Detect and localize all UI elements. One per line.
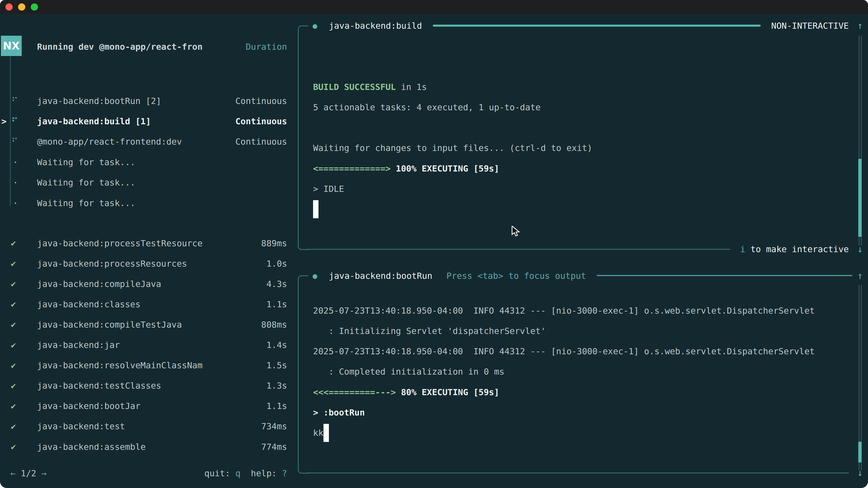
maximize-button[interactable] [31, 3, 38, 11]
checkmark-icon: ✔ [11, 320, 16, 329]
task-row-running[interactable]: ⠋java-backend:bootRun [2]Continuous [0, 91, 294, 111]
terminal-line: 2025-07-23T13:40:18.950-04:00 INFO 44312… [313, 341, 815, 362]
scrollbar-thumb[interactable] [858, 159, 862, 237]
pane-title: java-backend:build [329, 15, 422, 36]
terminal-text-segment: > :bootRun [313, 408, 365, 418]
task-label: Waiting for task... [37, 157, 135, 167]
task-duration: Continuous [235, 137, 287, 147]
task-duration: 1.4s [266, 340, 287, 350]
waiting-dot-icon: · [13, 198, 18, 208]
interactive-hint-text: to make interactive [745, 244, 849, 254]
task-row-running[interactable]: ·Waiting for task... [0, 193, 294, 213]
terminal-text-segment: 2025-07-23T13:40:18.950-04:00 INFO 44312… [313, 346, 815, 356]
keyboard-hints: quit: q help: ? [204, 468, 287, 478]
waiting-dot-icon: · [13, 157, 18, 167]
task-row-completed[interactable]: ✔java-backend:classes1.1s [0, 294, 294, 315]
checkmark-icon: ✔ [11, 442, 16, 452]
run-command-title: Running dev @mono-app/react-fron [37, 42, 203, 52]
pane-border [298, 240, 308, 250]
task-label: java-backend:assemble [37, 442, 146, 452]
task-duration: 1.3s [266, 381, 287, 391]
task-label: java-backend:jar [37, 340, 120, 350]
pane-border [298, 26, 308, 36]
task-label: java-backend:build [1] [37, 116, 151, 126]
scroll-down-icon[interactable]: ↓ [855, 462, 866, 483]
terminal-text-segment: Waiting for changes to input files... (c… [313, 143, 592, 153]
text-cursor [313, 200, 318, 218]
task-row-running[interactable]: ·Waiting for task... [0, 152, 294, 172]
terminal-text-segment: 2025-07-23T13:40:18.950-04:00 INFO 44312… [313, 306, 815, 316]
pane-title: java-backend:bootRun [329, 265, 432, 286]
terminal-text-segment: > IDLE [313, 184, 344, 194]
quit-key: q [235, 468, 241, 478]
terminal-line: > :bootRun [313, 402, 365, 423]
task-row-completed[interactable]: ✔java-backend:compileTestJava808ms [0, 314, 294, 335]
task-duration: 774ms [261, 442, 287, 452]
task-row-running[interactable]: ·Waiting for task... [0, 172, 294, 193]
task-spinner-icon: ⠋ [11, 136, 18, 147]
task-sidebar: NX Running dev @mono-app/react-fron Dura… [0, 14, 294, 488]
duration-column-header: Duration [246, 42, 287, 52]
task-row-running[interactable]: ⠋@mono-app/react-frontend:devContinuous [0, 131, 294, 152]
terminal-line: kk [313, 423, 329, 443]
task-row-completed[interactable]: ✔java-backend:bootJar1.1s [0, 396, 294, 416]
task-label: java-backend:testClasses [37, 381, 161, 391]
task-spinner-icon: ⠋ [11, 96, 18, 106]
scroll-down-icon[interactable]: ↓ [855, 239, 866, 259]
scroll-up-icon[interactable]: ↑ [855, 15, 866, 36]
minimize-button[interactable] [18, 3, 25, 11]
task-row-completed[interactable]: ✔java-backend:resolveMainClassNam1.5s [0, 355, 294, 376]
close-button[interactable] [5, 3, 13, 11]
terminal-line: 5 actionable tasks: 4 executed, 1 up-to-… [313, 97, 541, 118]
terminal-line [313, 199, 318, 220]
task-label: Waiting for task... [37, 177, 135, 188]
checkmark-icon: ✔ [11, 340, 16, 350]
scroll-up-icon[interactable]: ↑ [855, 265, 866, 286]
text-cursor [323, 424, 329, 442]
checkmark-icon: ✔ [11, 279, 16, 289]
task-row-completed[interactable]: ✔java-backend:compileJava4.3s [0, 273, 294, 294]
task-label: java-backend:resolveMainClassNam [37, 360, 203, 370]
task-row-completed[interactable]: ✔java-backend:testClasses1.3s [0, 376, 294, 396]
task-row-completed[interactable]: ✔java-backend:test734ms [0, 416, 294, 437]
prev-page-arrow-icon[interactable]: ← [10, 468, 16, 478]
terminal-line: : Initializing Servlet 'dispatcherServle… [313, 321, 546, 341]
checkmark-icon: ✔ [11, 381, 16, 391]
checkmark-icon: ✔ [11, 361, 16, 370]
terminal-text-segment: in 1s [396, 82, 427, 92]
help-key: ? [282, 468, 287, 478]
non-interactive-badge: NON-INTERACTIVE [771, 15, 849, 36]
pane-border [307, 249, 730, 250]
waiting-dot-icon: · [13, 177, 18, 188]
focused-pane-rule [433, 25, 761, 27]
scrollbar-thumb[interactable] [858, 442, 862, 462]
next-page-arrow-icon[interactable]: → [41, 468, 46, 478]
task-duration: 889ms [261, 238, 287, 248]
task-label: java-backend:processResources [37, 259, 187, 269]
terminal-line: BUILD SUCCESSFUL in 1s [313, 76, 427, 97]
task-label: java-backend:classes [37, 299, 141, 309]
checkmark-icon: ✔ [11, 238, 16, 248]
task-duration: 808ms [261, 320, 287, 330]
task-duration: Continuous [235, 116, 287, 126]
terminal-line: <=============> 100% EXECUTING [59s] [313, 158, 499, 179]
task-row-completed[interactable]: ✔java-backend:processTestResource889ms [0, 233, 294, 254]
task-row-completed[interactable]: ✔java-backend:processResources1.0s [0, 253, 294, 274]
task-row-completed[interactable]: ✔java-backend:jar1.4s [0, 335, 294, 355]
titlebar [0, 0, 868, 14]
terminal-window: NX Running dev @mono-app/react-fron Dura… [0, 0, 868, 488]
terminal-text-segment: 5 actionable tasks: 4 executed, 1 up-to-… [313, 102, 541, 112]
task-duration: 4.3s [266, 279, 287, 289]
terminal-text-segment: : Initializing Servlet 'dispatcherServle… [313, 326, 546, 336]
task-spinner-icon: ⠋ [11, 116, 18, 127]
task-duration: 734ms [261, 421, 287, 431]
task-row-running[interactable]: >⠋java-backend:build [1]Continuous [0, 111, 294, 131]
terminal-line: > IDLE [313, 179, 344, 199]
mouse-cursor [511, 226, 521, 237]
task-row-completed[interactable]: ✔java-backend:assemble774ms [0, 436, 294, 457]
task-label: java-backend:compileJava [37, 279, 161, 289]
task-label: java-backend:compileTestJava [37, 320, 182, 330]
checkmark-icon: ✔ [11, 259, 16, 268]
checkmark-icon: ✔ [11, 422, 16, 431]
checkmark-icon: ✔ [11, 401, 16, 411]
